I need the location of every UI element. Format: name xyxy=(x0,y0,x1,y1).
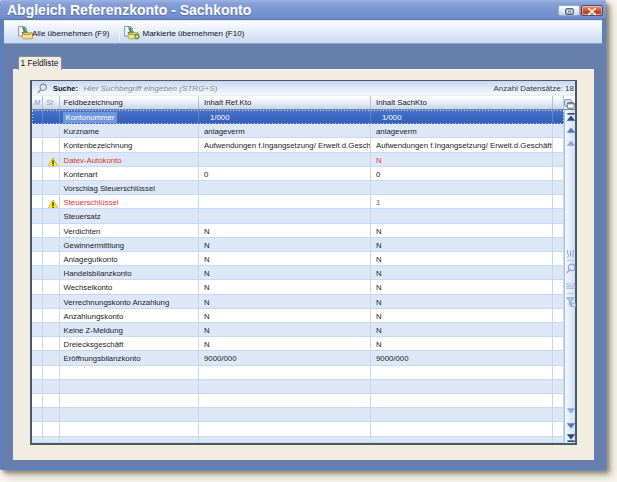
svg-text:SUL: SUL xyxy=(566,282,576,288)
